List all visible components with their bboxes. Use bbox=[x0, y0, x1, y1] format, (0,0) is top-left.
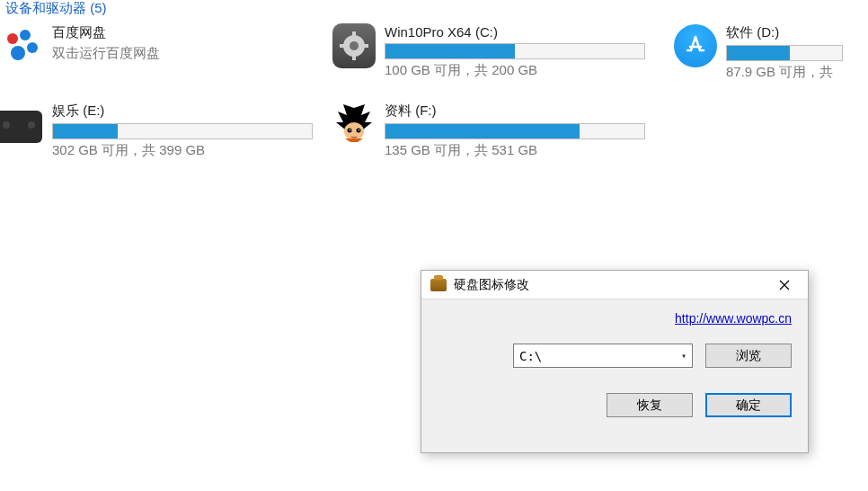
dialog-title: 硬盘图标修改 bbox=[454, 277, 759, 293]
drive-grid: 百度网盘 双击运行百度网盘 Win10Pro X64 (C: bbox=[0, 19, 868, 159]
drive-capacity-fill bbox=[385, 44, 515, 58]
svg-rect-6 bbox=[352, 31, 356, 37]
drive-stats: 87.9 GB 可用，共 bbox=[726, 64, 868, 81]
drive-capacity-bar bbox=[385, 43, 645, 59]
drive-d[interactable]: 软件 (D:) 87.9 GB 可用，共 bbox=[674, 24, 868, 81]
appstore-icon bbox=[674, 24, 717, 67]
svg-rect-8 bbox=[340, 44, 345, 48]
svg-rect-9 bbox=[363, 44, 368, 48]
drive-capacity-bar bbox=[52, 123, 313, 139]
drive-icon-changer-dialog: 硬盘图标修改 http://www.wowpc.cn C:\ ▾ 浏览 恢复 确… bbox=[421, 270, 809, 453]
drive-label: 软件 (D:) bbox=[726, 24, 868, 41]
gamepad-icon bbox=[0, 103, 43, 146]
website-link[interactable]: http://www.wowpc.cn bbox=[675, 311, 792, 326]
chevron-down-icon: ▾ bbox=[681, 351, 686, 361]
drive-stats: 302 GB 可用，共 399 GB bbox=[52, 142, 332, 159]
close-button[interactable] bbox=[766, 272, 802, 298]
drive-capacity-fill bbox=[385, 124, 580, 138]
svg-point-5 bbox=[350, 41, 359, 50]
drive-select-combobox[interactable]: C:\ ▾ bbox=[513, 344, 693, 368]
svg-point-3 bbox=[11, 46, 25, 60]
dialog-body: http://www.wowpc.cn C:\ ▾ 浏览 恢复 确定 bbox=[421, 299, 808, 432]
ok-button[interactable]: 确定 bbox=[705, 393, 792, 417]
drive-stats: 135 GB 可用，共 531 GB bbox=[385, 142, 674, 159]
drive-capacity-bar bbox=[385, 123, 645, 139]
svg-rect-7 bbox=[352, 55, 356, 60]
website-link-row: http://www.wowpc.cn bbox=[438, 310, 792, 326]
drive-capacity-fill bbox=[727, 46, 790, 60]
svg-point-2 bbox=[27, 42, 38, 53]
drive-stats: 100 GB 可用，共 200 GB bbox=[385, 62, 674, 79]
drive-baidu[interactable]: 百度网盘 双击运行百度网盘 bbox=[0, 24, 332, 81]
drive-subtext: 双击运行百度网盘 bbox=[52, 45, 332, 62]
svg-point-14 bbox=[359, 129, 360, 131]
drive-label: Win10Pro X64 (C:) bbox=[385, 24, 674, 40]
baidu-icon bbox=[0, 24, 43, 67]
drive-label: 百度网盘 bbox=[52, 24, 332, 41]
drive-f[interactable]: 资料 (F:) 135 GB 可用，共 531 GB bbox=[332, 103, 674, 159]
drive-label: 娱乐 (E:) bbox=[52, 103, 332, 120]
svg-point-0 bbox=[7, 33, 18, 44]
svg-point-1 bbox=[20, 30, 31, 40]
goku-icon bbox=[332, 103, 376, 146]
drive-c[interactable]: Win10Pro X64 (C:) 100 GB 可用，共 200 GB bbox=[332, 24, 674, 81]
dialog-titlebar[interactable]: 硬盘图标修改 bbox=[421, 271, 808, 299]
restore-button[interactable]: 恢复 bbox=[607, 393, 693, 417]
drive-e[interactable]: 娱乐 (E:) 302 GB 可用，共 399 GB bbox=[0, 103, 332, 159]
toolbox-icon bbox=[430, 279, 447, 291]
drive-capacity-bar bbox=[726, 45, 843, 61]
section-header: 设备和驱动器 (5) bbox=[0, 0, 868, 19]
drive-label: 资料 (F:) bbox=[385, 103, 674, 120]
gear-drive-icon bbox=[332, 24, 376, 67]
browse-button[interactable]: 浏览 bbox=[705, 344, 792, 368]
combobox-value: C:\ bbox=[519, 349, 542, 363]
drive-capacity-fill bbox=[53, 124, 118, 138]
svg-point-13 bbox=[350, 129, 351, 131]
